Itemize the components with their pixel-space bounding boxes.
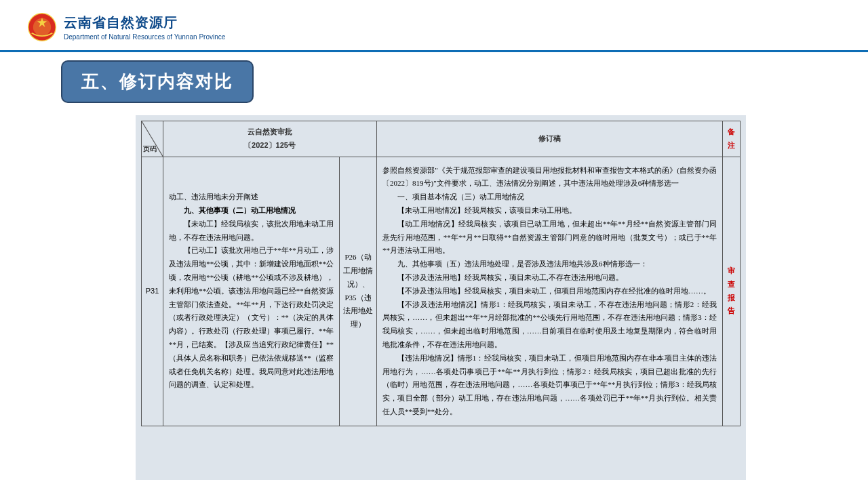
cell-revision: 参照自然资源部"《关于规范报部审查的建设项目用地报批材料和审查报告文本格式的函》… [377, 157, 723, 426]
comparison-table: 页码 云自然资审批 〔2022〕125号 修订稿 备注 P31 动工、违法用地未… [141, 121, 741, 426]
header-page: 页码 [142, 121, 163, 157]
comparison-table-container: 页码 云自然资审批 〔2022〕125号 修订稿 备注 P31 动工、违法用地未… [136, 115, 746, 480]
section-heading: 五、修订内容对比 [61, 60, 254, 103]
org-title: 云南省自然资源厅 [64, 14, 225, 32]
national-emblem-icon [27, 12, 57, 42]
cell-page: P31 [142, 157, 163, 426]
page-header: 云南省自然资源厅 Department of Natural Resources… [0, 0, 868, 52]
header-text-block: 云南省自然资源厅 Department of Natural Resources… [64, 14, 225, 41]
table-header-row: 页码 云自然资审批 〔2022〕125号 修订稿 备注 [142, 121, 741, 157]
cell-original: 动工、违法用地未分开阐述九、其他事项（二）动工用地情况【未动工】经我局核实，该批… [163, 157, 340, 426]
header-revision: 修订稿 [377, 121, 723, 157]
header-original: 云自然资审批 〔2022〕125号 [163, 121, 377, 157]
org-subtitle: Department of Natural Resources of Yunna… [64, 33, 225, 41]
header-remark: 备注 [723, 121, 741, 157]
cell-remark: 审查报告 [723, 157, 741, 426]
cell-mid: P26（动工用地情况）、P35（违法用地处理） [340, 157, 377, 426]
table-row: P31 动工、违法用地未分开阐述九、其他事项（二）动工用地情况【未动工】经我局核… [142, 157, 741, 426]
